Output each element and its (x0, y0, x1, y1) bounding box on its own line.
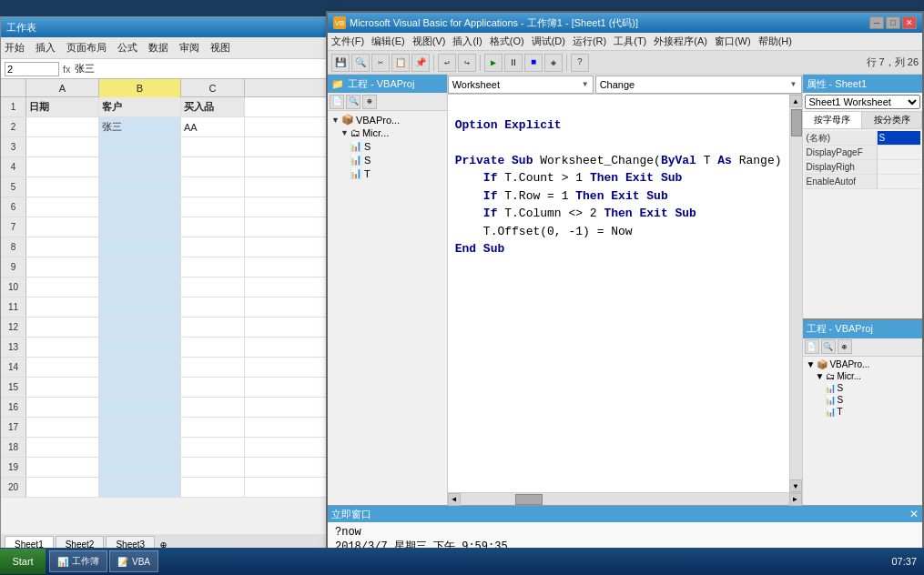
cell-b17[interactable] (99, 418, 181, 437)
taskbar-item-vba[interactable]: 📝 VBA (109, 550, 158, 572)
cell-a18[interactable] (26, 438, 99, 457)
menu-debug[interactable]: 调试(D) (532, 35, 565, 48)
cell-c3[interactable] (181, 137, 245, 156)
scroll-down-arrow[interactable]: ▼ (789, 479, 802, 492)
ribbon-data[interactable]: 数据 (148, 41, 168, 55)
cell-b5[interactable] (99, 177, 181, 197)
cell-a14[interactable] (26, 358, 99, 377)
ribbon-view[interactable]: 视图 (210, 41, 230, 55)
cell-b15[interactable] (99, 378, 181, 397)
tree-item-sheet2[interactable]: 📊 S (348, 153, 445, 166)
cell-b12[interactable] (99, 318, 181, 337)
toolbar-btn-redo[interactable]: ↪ (458, 54, 476, 72)
prop-enableautof-value[interactable] (878, 175, 920, 188)
ribbon-page[interactable]: 页面布局 (66, 41, 107, 55)
project-btn-1[interactable]: 📄 (330, 95, 344, 109)
tab-alphabetical[interactable]: 按字母序 (803, 112, 863, 128)
cell-c17[interactable] (181, 418, 245, 437)
cell-b4[interactable] (99, 157, 181, 177)
cell-a10[interactable] (26, 277, 99, 297)
cell-c20[interactable] (181, 478, 245, 497)
menu-run[interactable]: 运行(R) (573, 35, 606, 48)
ribbon-formula[interactable]: 公式 (117, 41, 137, 55)
cell-a3[interactable] (26, 137, 99, 156)
cell-a11[interactable] (26, 298, 99, 317)
toolbar-btn-stop[interactable]: ■ (524, 54, 543, 72)
cell-a19[interactable] (26, 458, 99, 477)
vba-scrollbar-vertical[interactable]: ▲ ▼ (789, 95, 802, 492)
cell-b18[interactable] (99, 438, 181, 457)
cell-a16[interactable] (26, 398, 99, 417)
toolbar-btn-break[interactable]: ⏸ (504, 54, 523, 72)
project-btn-3[interactable]: ⊕ (362, 95, 377, 109)
proj-btn-3[interactable]: ⊕ (838, 339, 852, 354)
cell-b9[interactable] (99, 257, 181, 277)
cell-c14[interactable] (181, 358, 245, 377)
cell-a1[interactable]: 日期 (26, 97, 99, 116)
cell-a4[interactable] (26, 157, 99, 177)
ribbon-start[interactable]: 开始 (5, 41, 25, 55)
toolbar-btn-design[interactable]: ◈ (544, 54, 563, 72)
prop-displaypage-value[interactable] (878, 146, 920, 159)
toolbar-btn-cut[interactable]: ✂ (371, 54, 390, 72)
tree-item-excel[interactable]: ▼ 🗂 Micr... (339, 126, 445, 139)
menu-help[interactable]: 帮助(H) (758, 35, 792, 48)
tree-right-s3[interactable]: 📊 T (823, 406, 920, 418)
cell-a7[interactable] (26, 217, 99, 237)
cell-b2[interactable]: 张三 (99, 117, 181, 136)
scroll-left-arrow[interactable]: ◀ (448, 493, 461, 506)
cell-b6[interactable] (99, 197, 181, 217)
scroll-thumb-v[interactable] (791, 109, 802, 136)
cell-b1[interactable]: 客户 (99, 97, 181, 116)
cell-c15[interactable] (181, 378, 245, 397)
toolbar-btn-save[interactable]: 💾 (331, 54, 350, 72)
toolbar-btn-undo[interactable]: ↩ (438, 54, 456, 72)
tree-right-excel[interactable]: ▼ 🗂 Micr... (814, 370, 920, 382)
menu-file[interactable]: 文件(F) (331, 35, 364, 48)
tree-right-s1[interactable]: 📊 S (823, 382, 920, 394)
cell-b14[interactable] (99, 358, 181, 377)
cell-c6[interactable] (181, 197, 245, 217)
cell-a8[interactable] (26, 237, 99, 257)
tab-categorical[interactable]: 按分类序 (862, 112, 922, 128)
cell-b19[interactable] (99, 458, 181, 477)
tree-item-project[interactable]: ▼ 📦 VBAPro... (330, 113, 445, 126)
cell-c12[interactable] (181, 318, 245, 337)
cell-b20[interactable] (99, 478, 181, 497)
prop-name-value[interactable]: S (878, 131, 920, 145)
cell-c5[interactable] (181, 177, 245, 197)
cell-a15[interactable] (26, 378, 99, 397)
excel-ribbon[interactable]: 开始 插入 页面布局 公式 数据 审阅 视图 (1, 37, 327, 59)
cell-c7[interactable] (181, 217, 245, 237)
taskbar-item-excel[interactable]: 📊 工作簿 (49, 550, 107, 572)
code-view[interactable]: Option Explicit Private Sub Worksheet_Ch… (448, 95, 789, 492)
start-button[interactable]: Start (0, 549, 46, 574)
toolbar-btn-copy[interactable]: 📋 (391, 54, 410, 72)
menu-addins[interactable]: 外接程序(A) (654, 35, 707, 48)
cell-c2[interactable]: AA (181, 117, 245, 136)
cell-a20[interactable] (26, 478, 99, 497)
vba-scrollbar-horizontal[interactable]: ◀ ▶ (448, 492, 802, 505)
project-btn-2[interactable]: 🔍 (346, 95, 360, 109)
menu-window[interactable]: 窗口(W) (715, 35, 751, 48)
cell-a12[interactable] (26, 318, 99, 337)
menu-view[interactable]: 视图(V) (412, 35, 446, 48)
maximize-button[interactable]: □ (886, 16, 900, 29)
ribbon-review[interactable]: 审阅 (179, 41, 199, 55)
cell-b8[interactable] (99, 237, 181, 257)
prop-displayrigh-value[interactable] (878, 160, 920, 174)
cell-a17[interactable] (26, 418, 99, 437)
ribbon-insert[interactable]: 插入 (36, 41, 56, 55)
immediate-close-button[interactable]: ✕ (909, 508, 919, 520)
cell-c13[interactable] (181, 338, 245, 357)
toolbar-btn-run[interactable]: ▶ (484, 54, 503, 72)
cell-c11[interactable] (181, 298, 245, 317)
cell-a5[interactable] (26, 177, 99, 197)
cell-c18[interactable] (181, 438, 245, 457)
cell-a9[interactable] (26, 257, 99, 277)
cell-b13[interactable] (99, 338, 181, 357)
properties-object[interactable]: Sheet1 Worksheet (803, 93, 922, 112)
cell-a2[interactable] (26, 117, 99, 136)
cell-b10[interactable] (99, 277, 181, 297)
toolbar-btn-search[interactable]: 🔍 (351, 54, 370, 72)
